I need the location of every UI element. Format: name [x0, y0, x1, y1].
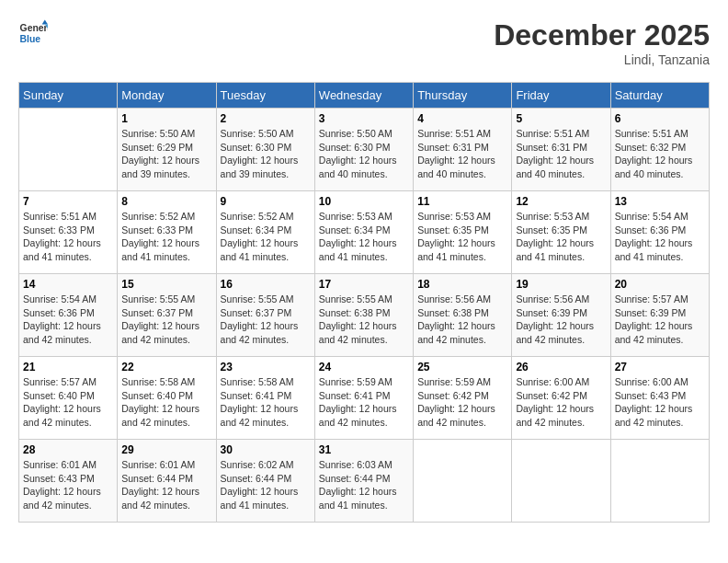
svg-text:Blue: Blue	[20, 34, 41, 44]
calendar-cell: 5Sunrise: 5:51 AM Sunset: 6:31 PM Daylig…	[512, 109, 610, 191]
day-number: 6	[615, 112, 705, 125]
calendar-week-row: 28Sunrise: 6:01 AM Sunset: 6:43 PM Dayli…	[19, 440, 710, 523]
day-info: Sunrise: 5:54 AM Sunset: 6:36 PM Dayligh…	[23, 293, 113, 347]
calendar-cell: 7Sunrise: 5:51 AM Sunset: 6:33 PM Daylig…	[19, 191, 118, 274]
calendar-cell: 26Sunrise: 6:00 AM Sunset: 6:42 PM Dayli…	[512, 357, 610, 440]
day-number: 31	[319, 443, 409, 456]
calendar-cell: 30Sunrise: 6:02 AM Sunset: 6:44 PM Dayli…	[216, 440, 314, 523]
calendar-cell: 25Sunrise: 5:59 AM Sunset: 6:42 PM Dayli…	[414, 357, 512, 440]
logo-icon: General Blue	[18, 18, 48, 48]
day-number: 27	[615, 361, 705, 373]
weekday-header-sunday: Sunday	[19, 83, 118, 109]
calendar-cell: 10Sunrise: 5:53 AM Sunset: 6:34 PM Dayli…	[314, 191, 413, 274]
day-number: 28	[23, 443, 113, 456]
day-info: Sunrise: 6:03 AM Sunset: 6:44 PM Dayligh…	[319, 458, 409, 512]
calendar-cell: 3Sunrise: 5:50 AM Sunset: 6:30 PM Daylig…	[314, 109, 413, 191]
weekday-header-monday: Monday	[118, 83, 216, 109]
calendar-body: 1Sunrise: 5:50 AM Sunset: 6:29 PM Daylig…	[19, 109, 710, 523]
calendar-cell: 12Sunrise: 5:53 AM Sunset: 6:35 PM Dayli…	[512, 191, 610, 274]
calendar-cell: 13Sunrise: 5:54 AM Sunset: 6:36 PM Dayli…	[610, 191, 709, 274]
page-header: General Blue December 2025 Lindi, Tanzan…	[18, 18, 710, 67]
calendar-cell: 9Sunrise: 5:52 AM Sunset: 6:34 PM Daylig…	[216, 191, 314, 274]
calendar-cell: 14Sunrise: 5:54 AM Sunset: 6:36 PM Dayli…	[19, 274, 118, 357]
day-number: 2	[221, 112, 311, 125]
day-info: Sunrise: 6:00 AM Sunset: 6:43 PM Dayligh…	[615, 375, 705, 430]
weekday-header-thursday: Thursday	[414, 83, 512, 109]
day-number: 1	[121, 112, 211, 125]
day-info: Sunrise: 5:53 AM Sunset: 6:34 PM Dayligh…	[319, 210, 409, 264]
day-info: Sunrise: 5:59 AM Sunset: 6:42 PM Dayligh…	[417, 375, 507, 430]
day-number: 25	[417, 361, 507, 373]
day-info: Sunrise: 5:57 AM Sunset: 6:40 PM Dayligh…	[23, 375, 113, 430]
day-info: Sunrise: 5:58 AM Sunset: 6:41 PM Dayligh…	[221, 375, 311, 430]
calendar-week-row: 21Sunrise: 5:57 AM Sunset: 6:40 PM Dayli…	[19, 357, 710, 440]
day-number: 16	[221, 278, 311, 291]
weekday-header-wednesday: Wednesday	[314, 83, 413, 109]
day-info: Sunrise: 5:56 AM Sunset: 6:38 PM Dayligh…	[417, 293, 507, 347]
calendar-header: SundayMondayTuesdayWednesdayThursdayFrid…	[19, 83, 710, 109]
day-info: Sunrise: 5:51 AM Sunset: 6:31 PM Dayligh…	[516, 127, 606, 181]
day-number: 7	[23, 195, 113, 208]
day-number: 3	[319, 112, 409, 125]
day-info: Sunrise: 5:54 AM Sunset: 6:36 PM Dayligh…	[615, 210, 705, 264]
calendar-cell: 19Sunrise: 5:56 AM Sunset: 6:39 PM Dayli…	[512, 274, 610, 357]
svg-marker-2	[42, 20, 48, 25]
location: Lindi, Tanzania	[494, 52, 710, 67]
day-info: Sunrise: 5:52 AM Sunset: 6:34 PM Dayligh…	[221, 210, 311, 264]
day-info: Sunrise: 6:01 AM Sunset: 6:43 PM Dayligh…	[23, 458, 113, 512]
day-number: 21	[23, 361, 113, 373]
logo: General Blue	[18, 18, 48, 48]
day-info: Sunrise: 5:56 AM Sunset: 6:39 PM Dayligh…	[516, 293, 606, 347]
calendar-cell: 18Sunrise: 5:56 AM Sunset: 6:38 PM Dayli…	[414, 274, 512, 357]
calendar-cell: 20Sunrise: 5:57 AM Sunset: 6:39 PM Dayli…	[610, 274, 709, 357]
calendar-table: SundayMondayTuesdayWednesdayThursdayFrid…	[18, 82, 710, 523]
day-number: 18	[417, 278, 507, 291]
day-info: Sunrise: 6:02 AM Sunset: 6:44 PM Dayligh…	[221, 458, 311, 512]
calendar-cell: 17Sunrise: 5:55 AM Sunset: 6:38 PM Dayli…	[314, 274, 413, 357]
day-number: 20	[615, 278, 705, 291]
day-number: 24	[319, 361, 409, 373]
calendar-cell: 4Sunrise: 5:51 AM Sunset: 6:31 PM Daylig…	[414, 109, 512, 191]
day-number: 8	[121, 195, 211, 208]
day-info: Sunrise: 6:01 AM Sunset: 6:44 PM Dayligh…	[121, 458, 211, 512]
day-number: 23	[221, 361, 311, 373]
day-number: 26	[516, 361, 606, 373]
weekday-header-row: SundayMondayTuesdayWednesdayThursdayFrid…	[19, 83, 710, 109]
calendar-cell	[414, 440, 512, 523]
day-number: 19	[516, 278, 606, 291]
day-info: Sunrise: 5:51 AM Sunset: 6:33 PM Dayligh…	[23, 210, 113, 264]
day-info: Sunrise: 5:58 AM Sunset: 6:40 PM Dayligh…	[121, 375, 211, 430]
day-number: 4	[417, 112, 507, 125]
day-number: 13	[615, 195, 705, 208]
day-info: Sunrise: 5:59 AM Sunset: 6:41 PM Dayligh…	[319, 375, 409, 430]
day-info: Sunrise: 5:53 AM Sunset: 6:35 PM Dayligh…	[516, 210, 606, 264]
calendar-cell: 15Sunrise: 5:55 AM Sunset: 6:37 PM Dayli…	[118, 274, 216, 357]
calendar-week-row: 7Sunrise: 5:51 AM Sunset: 6:33 PM Daylig…	[19, 191, 710, 274]
day-info: Sunrise: 5:57 AM Sunset: 6:39 PM Dayligh…	[615, 293, 705, 347]
weekday-header-saturday: Saturday	[610, 83, 709, 109]
day-number: 5	[516, 112, 606, 125]
calendar-cell: 6Sunrise: 5:51 AM Sunset: 6:32 PM Daylig…	[610, 109, 709, 191]
day-info: Sunrise: 5:50 AM Sunset: 6:30 PM Dayligh…	[221, 127, 311, 181]
day-number: 17	[319, 278, 409, 291]
day-info: Sunrise: 5:55 AM Sunset: 6:37 PM Dayligh…	[221, 293, 311, 347]
day-number: 11	[417, 195, 507, 208]
day-info: Sunrise: 5:55 AM Sunset: 6:37 PM Dayligh…	[121, 293, 211, 347]
calendar-cell: 29Sunrise: 6:01 AM Sunset: 6:44 PM Dayli…	[118, 440, 216, 523]
calendar-cell: 8Sunrise: 5:52 AM Sunset: 6:33 PM Daylig…	[118, 191, 216, 274]
day-info: Sunrise: 5:52 AM Sunset: 6:33 PM Dayligh…	[121, 210, 211, 264]
calendar-cell	[610, 440, 709, 523]
calendar-cell: 2Sunrise: 5:50 AM Sunset: 6:30 PM Daylig…	[216, 109, 314, 191]
calendar-cell: 27Sunrise: 6:00 AM Sunset: 6:43 PM Dayli…	[610, 357, 709, 440]
calendar-week-row: 14Sunrise: 5:54 AM Sunset: 6:36 PM Dayli…	[19, 274, 710, 357]
day-info: Sunrise: 5:53 AM Sunset: 6:35 PM Dayligh…	[417, 210, 507, 264]
day-info: Sunrise: 5:50 AM Sunset: 6:30 PM Dayligh…	[319, 127, 409, 181]
title-block: December 2025 Lindi, Tanzania	[494, 18, 710, 67]
calendar-cell: 16Sunrise: 5:55 AM Sunset: 6:37 PM Dayli…	[216, 274, 314, 357]
day-info: Sunrise: 5:55 AM Sunset: 6:38 PM Dayligh…	[319, 293, 409, 347]
calendar-cell	[19, 109, 118, 191]
weekday-header-friday: Friday	[512, 83, 610, 109]
calendar-cell: 22Sunrise: 5:58 AM Sunset: 6:40 PM Dayli…	[118, 357, 216, 440]
calendar-cell: 23Sunrise: 5:58 AM Sunset: 6:41 PM Dayli…	[216, 357, 314, 440]
day-number: 30	[221, 443, 311, 456]
